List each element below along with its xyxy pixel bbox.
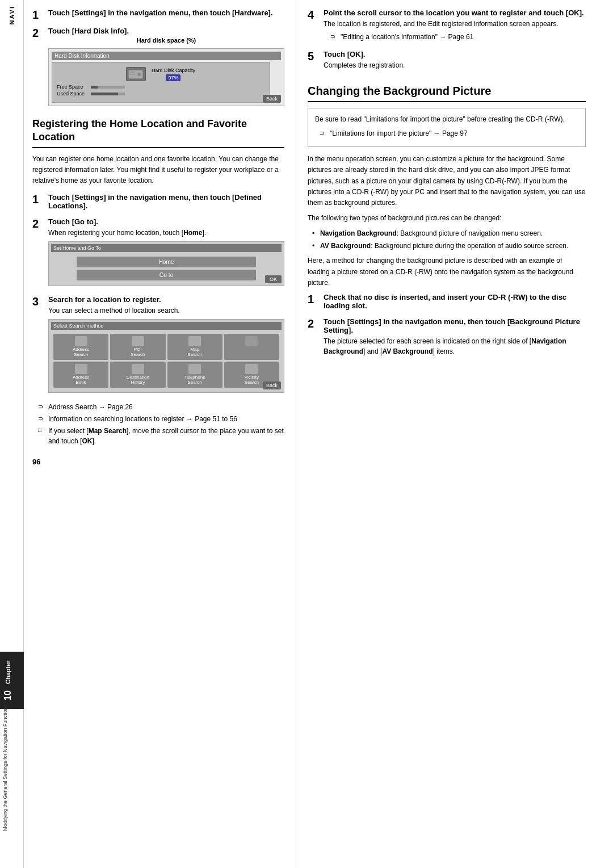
search-screenshot: Select Search method AddressSearch POISe… — [48, 319, 284, 392]
search-cell-destination-label: DestinationHistory — [127, 375, 149, 385]
hdd-used-space-item: Used Space — [57, 91, 264, 97]
step-title-right-4: Point the scroll cursor to the location … — [324, 9, 586, 17]
step-title-home-3: Search for a location to register. — [48, 295, 284, 304]
search-grid: AddressSearch POISearch MapSearch — [51, 332, 282, 389]
step-content-bg-1: Check that no disc is inserted, and inse… — [324, 293, 586, 312]
step-home-3: 3 Search for a location to register. You… — [32, 295, 284, 396]
step-body-bg-2: The picture selected for each screen is … — [324, 336, 586, 357]
goto-screenshot: Set Home and Go To Home Go to OK — [48, 241, 284, 286]
info-box-note-text: "Limitations for import the picture" → P… — [330, 128, 468, 139]
hdd-space-section: Free Space Used Space — [57, 84, 264, 98]
hdd-back-btn[interactable]: Back — [263, 95, 281, 103]
right-column: 4 Point the scroll cursor to the locatio… — [296, 0, 597, 868]
step-number-right-5: 5 — [308, 50, 320, 62]
left-column: 1 Touch [Settings] in the navigation men… — [24, 0, 296, 868]
step-content-right-5: Touch [OK]. Completes the registration. — [324, 50, 586, 73]
changing-bg-heading: Changing the Background Picture — [308, 83, 586, 102]
search-cell-poi-label: POISearch — [131, 347, 145, 358]
search-screenshot-title: Select Search method — [51, 322, 282, 330]
step-title-bg-2: Touch [Settings] in the navigation menu,… — [324, 317, 586, 334]
search-cell-addressbook[interactable]: AddressBook — [53, 362, 108, 388]
hdd-screenshot: Hard Disk Information Hard Disk Capacity… — [48, 48, 284, 106]
step-title-2-hw: Touch [Hard Disk Info]. — [48, 27, 284, 35]
search-cell-address-label: AddressSearch — [73, 347, 89, 358]
search-cell-address[interactable]: AddressSearch — [53, 334, 108, 360]
changing-bg-info-box: Be sure to read "Limitations for import … — [308, 108, 586, 147]
addressbook-icon — [75, 364, 87, 374]
step-number-2-hw: 2 — [32, 27, 45, 39]
hdd-used-label: Used Space — [57, 91, 88, 97]
step4-note-text: "Editing a location's information" → Pag… — [341, 32, 473, 42]
step-content-home-2: Touch [Go to]. When registering your hom… — [48, 217, 284, 290]
bullet-item-2: ⊃ Information on searching locations to … — [38, 414, 284, 424]
step-content-2-hw: Touch [Hard Disk Info]. Hard disk space … — [48, 27, 284, 111]
page-number-left: 96 — [32, 458, 284, 466]
step-hardware-1: 1 Touch [Settings] in the navigation men… — [32, 9, 284, 21]
bullet-text-1: Address Search → Page 26 — [48, 402, 133, 412]
search-cell-telephone[interactable]: TelephoneSearch — [167, 362, 222, 388]
goto-goto-btn[interactable]: Go to — [77, 270, 257, 280]
search-cell-poi[interactable]: POISearch — [110, 334, 165, 360]
search-cell-destination[interactable]: DestinationHistory — [110, 362, 165, 388]
step-title-bg-1: Check that no disc is inserted, and inse… — [324, 293, 586, 310]
search-back-btn[interactable]: Back — [263, 381, 281, 389]
hdd-capacity-label: Hard Disk Capacity — [152, 68, 195, 73]
home-section-intro: You can register one home location and o… — [32, 154, 284, 187]
map-search-icon — [188, 336, 201, 346]
changing-bg-intro: In the menu operation screen, you can cu… — [308, 154, 586, 208]
step-number-home-3: 3 — [32, 295, 45, 308]
step-body-home-3: You can select a method of location sear… — [48, 305, 284, 316]
step-title-1-hw: Touch [Settings] in the navigation menu,… — [48, 9, 284, 17]
hdd-used-bar — [91, 93, 125, 95]
hdd-sub-label: Hard disk space (%) — [48, 37, 284, 44]
hdd-free-bar-fill — [91, 86, 98, 89]
goto-screenshot-title: Set Home and Go To — [51, 244, 282, 252]
hdd-used-bar-fill — [91, 93, 118, 95]
goto-home-btn[interactable]: Home — [77, 257, 257, 267]
sidebar-chapter-block: 10 Chapter — [0, 652, 24, 709]
svg-rect-3 — [129, 74, 135, 75]
home-section-heading: Registering the Home Location and Favori… — [32, 118, 284, 148]
vicinity-icon — [245, 364, 258, 374]
home-section: Registering the Home Location and Favori… — [32, 118, 284, 446]
bullet-text-3: If you select [Map Search], move the scr… — [48, 426, 284, 446]
goto-buttons-container: Home Go to — [51, 254, 282, 283]
step-number-home-1: 1 — [32, 193, 45, 206]
hdd-info-box: Hard Disk Capacity 97% Free Space — [52, 62, 270, 103]
search-cell-addressbook-label: AddressBook — [73, 375, 89, 385]
step-content-home-1: Touch [Settings] in the navigation menu,… — [48, 193, 284, 212]
changing-bg-body2: Here, a method for changing the backgrou… — [308, 255, 586, 288]
info-box-note-arrow: ⊃ — [320, 128, 330, 139]
bg-bullet-1: • Navigation Background: Background pict… — [312, 228, 586, 238]
goto-ok-btn[interactable]: OK — [265, 275, 282, 283]
hdd-capacity-row: Hard Disk Capacity 97% — [57, 67, 264, 81]
bg-bullet-2: • AV Background: Background picture duri… — [312, 241, 586, 251]
step-bg-1: 1 Check that no disc is inserted, and in… — [308, 293, 586, 312]
step4-note: ⊃ "Editing a location's information" → P… — [330, 32, 586, 42]
hdd-free-space-item: Free Space — [57, 84, 264, 90]
bullet-text-2: Information on searching locations to re… — [48, 414, 237, 424]
search-cell-map[interactable]: MapSearch — [167, 334, 222, 360]
search-cell-empty1 — [224, 334, 279, 360]
changing-bg-bullets: • Navigation Background: Background pict… — [312, 228, 586, 251]
step-title-right-5: Touch [OK]. — [324, 50, 586, 58]
address-search-icon — [75, 336, 87, 346]
bg-bullet-dot-2: • — [312, 241, 318, 251]
step-right-4: 4 Point the scroll cursor to the locatio… — [308, 9, 586, 44]
changing-bg-types-intro: The following two types of background pi… — [308, 213, 586, 224]
bullet-arrow-1: ⊃ — [38, 402, 47, 412]
changing-bg-section: Changing the Background Picture Be sure … — [308, 83, 586, 359]
step-right-5: 5 Touch [OK]. Completes the registration… — [308, 50, 586, 73]
empty-icon-1 — [245, 336, 258, 346]
info-box-line1: Be sure to read "Limitations for import … — [315, 114, 578, 125]
step-number-1-hw: 1 — [32, 9, 45, 21]
step-body-right-5: Completes the registration. — [324, 60, 586, 70]
step-number-right-4: 4 — [308, 9, 320, 21]
bullet-arrow-2: ⊃ — [38, 414, 47, 423]
home-bold: Home — [183, 229, 202, 237]
poi-search-icon — [132, 336, 144, 346]
bg-bullet-text-1: Navigation Background: Background pictur… — [320, 228, 543, 238]
search-cell-telephone-label: TelephoneSearch — [184, 375, 205, 385]
info-box-note: ⊃ "Limitations for import the picture" →… — [320, 128, 578, 139]
sidebar-chapter-label: Chapter — [5, 660, 11, 684]
